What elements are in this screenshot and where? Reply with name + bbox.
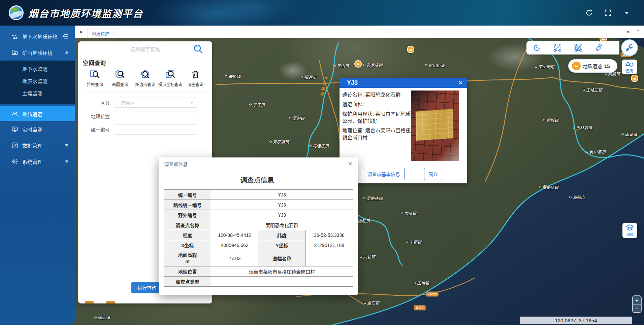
survey-basic-info-button[interactable]: 调查点基本信息 [363,168,405,180]
row-value [211,277,353,287]
layers-button[interactable]: 图层 [622,223,637,238]
tabs-collapse-icon[interactable]: « [79,29,83,35]
circle-query-tool[interactable]: 画圆查询 [108,69,132,87]
tabs-expand-icon[interactable]: » [626,29,630,35]
relic-photo[interactable] [411,91,459,161]
map-town-label: 马连庄镇 [309,143,329,148]
sidebar-item-surfacewater-monitor[interactable]: 地表水监测 [0,75,75,87]
infowindow-close-icon[interactable]: ✕ [458,79,463,86]
table-row: 地理位置 烟台市莱阳市吕格庄镇金岗口村 [164,266,353,277]
clear-query-tool[interactable]: 清空查询 [183,69,207,87]
tool-label: 清空查询 [187,81,203,87]
table-row: 路线统一编号 YJ3 [164,200,353,210]
gear-icon [11,158,18,165]
tabs-dropdown-icon[interactable]: ˇ [637,30,639,35]
relic-marker-icon[interactable] [631,75,638,82]
modal-close-icon[interactable]: ✕ [348,160,353,168]
sidebar-item-relics[interactable]: 地质遗迹 [0,106,75,121]
row-label: X坐标 [164,240,211,250]
relic-pill-count: 15 [604,63,610,69]
tab-relics[interactable]: 地质遗迹 × [87,28,119,38]
refresh-icon[interactable] [585,9,593,16]
vertex-query-icon [165,69,175,79]
user-menu-caret-icon[interactable] [623,9,631,16]
relic-marker-icon[interactable] [354,60,362,68]
spatial-query-title: 空间查询 [83,58,212,67]
map-town-label: 郭家店镇 [269,139,289,144]
app-logo-globe-icon [9,5,24,20]
legend-button-label: 图例 [626,68,633,73]
row-value: YJ3 [211,210,353,220]
map-tools-toggle-button[interactable] [621,39,638,56]
app-title: 烟台市地质环境监测平台 [28,6,143,20]
relic-area-line: 遗迹面积: [342,101,412,108]
code-input[interactable] [114,124,197,135]
sidebar-item-data-mgmt[interactable]: 数据管理 [0,137,75,153]
polygon-query-tool[interactable]: 多边形查询 [133,69,157,87]
sidebar-submenu: 地下水监测 地表水监测 土壤监测 [0,61,75,104]
clear-brush-icon[interactable] [594,43,603,52]
modal-body: 调查点信息 统一编号 YJ3 路线统一编号 YJ3 野外编号 YJ3 调查点名称… [159,170,358,295]
sidebar-item-label: 地下水地质环境 [22,33,58,40]
box-query-tool[interactable]: 拉框查询 [83,69,107,87]
fullscreen-icon[interactable] [604,9,612,16]
vertex-query-tool[interactable]: 拐点坐标查询 [158,69,183,87]
caret-up-icon [65,51,69,54]
tool-label: 拐点坐标查询 [158,81,183,87]
sidebar-item-soil-monitor[interactable]: 土壤监测 [0,87,75,100]
tool-label: 画圆查询 [112,81,128,87]
row-value: 21290121.168 [305,240,353,250]
location-input[interactable] [114,111,197,121]
data-chart-icon [11,142,18,149]
table-row: X坐标 4085946.662 Y坐标 21290121.168 [164,240,353,250]
sidebar-item-groundwater-env[interactable]: 地下水地质环境 [0,28,75,44]
panel-divider [83,93,207,93]
map-town-label: 穴坊镇 [360,254,375,259]
relic-layer-pill[interactable]: 地质遗迹 15 [568,59,617,73]
code-row: 统一编号 [78,124,212,135]
sidebar-item-system-mgmt[interactable]: 系统管理 [0,153,75,170]
map-town-label: 大夼镇 [401,210,416,216]
tab-close-icon[interactable]: × [112,31,114,36]
caret-down-icon [65,160,69,163]
row-label: 调查点名称 [164,220,211,230]
row-value: 120-38-45.4412 [211,230,258,240]
map-town-label: 羊郡镇 [406,239,421,245]
row-label: Y坐标 [258,240,305,250]
execute-query-button[interactable]: 执行查询 [131,282,162,293]
district-select[interactable]: --选择区-- ▼ [114,98,197,108]
row-value [305,250,353,266]
keyword-search-input[interactable] [78,41,212,57]
table-row: 统一编号 YJ3 [164,190,353,200]
measure-area-icon[interactable] [574,43,583,52]
select-caret-icon: ▼ [190,101,194,105]
relic-mountain-icon [11,110,18,117]
menu-collapse-icon[interactable] [62,34,69,39]
map-toolbar [526,41,619,55]
infowindow-body: 遗迹名称: 莱阳恐龙化石群 遗迹面积: 保护利用现状: 莱阳白垩纪地质公园、保护… [340,88,467,183]
location-label: 地理位置 [78,113,114,119]
map-town-label: 玉林店镇 [573,124,592,130]
modal-header[interactable]: 调查点信息 ✕ [159,157,358,170]
measure-line-icon[interactable] [553,43,562,52]
app-header: 烟台市地质环境监测平台 [0,0,644,26]
relic-marker-icon[interactable] [407,46,414,53]
district-row: 区县 --选择区-- ▼ [78,98,212,108]
sidebar-nav: 地下水地质环境 矿山地质环境 地下水监测 地表水监测 土壤监测 [0,26,75,325]
history-rotate-icon[interactable] [533,43,541,52]
map-town-label: 王格庄镇 [583,87,602,93]
survey-point-modal: 调查点信息 ✕ 调查点信息 统一编号 YJ3 路线统一编号 YJ3 野外编号 Y… [159,157,358,295]
sidebar-item-groundwater-monitor[interactable]: 地下水监测 [0,63,75,75]
sidebar-item-realtime[interactable]: 实时监测 [0,121,75,137]
legend-button[interactable]: 图例 [622,60,637,74]
zoom-out-button[interactable]: − [633,304,641,313]
zoom-in-button[interactable]: + [633,296,641,304]
spatial-query-tools: 拉框查询 画圆查询 多边形查询 [78,69,212,87]
intro-button[interactable]: 简介 [424,168,442,180]
infowindow-header: YJ3 ✕ [340,78,467,88]
layers-icon [626,224,634,231]
layers-button-label: 图层 [626,232,633,237]
map-town-label: 南黄镇 [621,131,637,137]
sidebar-item-mine-env[interactable]: 矿山地质环境 [0,44,75,61]
search-icon[interactable] [193,44,203,55]
